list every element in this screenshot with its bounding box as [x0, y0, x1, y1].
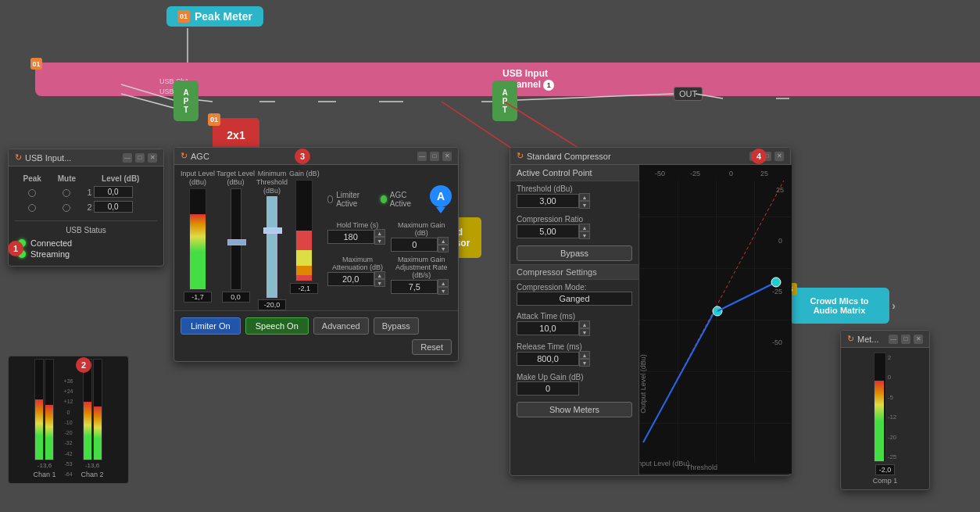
max-atten-input[interactable]	[327, 272, 374, 286]
threshold-up[interactable]: ▲	[579, 193, 590, 201]
comp-bypass-btn[interactable]: Bypass	[517, 245, 632, 261]
agc-controls-right: Limiter Active AGC Active A Hold Time (s…	[321, 170, 452, 310]
max-gain-rate-down[interactable]: ▼	[438, 287, 449, 295]
attack-down[interactable]: ▼	[579, 328, 590, 336]
speech-on-btn[interactable]: Speech On	[245, 317, 309, 335]
agc-maximize-btn[interactable]: □	[430, 152, 439, 161]
comp-mode-label: Compression Mode:	[517, 283, 632, 292]
limiter-radio[interactable]: Limiter Active	[327, 185, 369, 213]
max-atten-spinners[interactable]: ▲ ▼	[374, 271, 385, 287]
svg-text:Output Level (dBu): Output Level (dBu)	[639, 354, 647, 414]
target-level-track[interactable]	[231, 188, 241, 290]
agc-minimize-btn[interactable]: —	[417, 152, 427, 161]
min-threshold-track[interactable]	[266, 196, 277, 298]
comp-body: Active Control Point Threshold (dBu) ▲ ▼…	[510, 165, 790, 475]
usb-panel-controls[interactable]: — □ ✕	[123, 153, 157, 163]
agc-radio[interactable]: AGC Active	[381, 185, 417, 213]
streaming-status: Streaming	[15, 249, 157, 260]
agc-advanced-btn[interactable]: Advanced	[313, 317, 369, 335]
comp-mode-input[interactable]	[517, 292, 632, 306]
ch2-level-input[interactable]	[94, 201, 133, 213]
comp-ratio-input[interactable]	[517, 224, 579, 238]
usb-close-btn[interactable]: ✕	[148, 153, 157, 163]
peak-header: Peak	[15, 173, 49, 184]
min-threshold-thumb[interactable]	[263, 227, 282, 234]
comp-close-btn[interactable]: ✕	[774, 152, 784, 161]
max-gain-rate-field[interactable]: ▲ ▼	[391, 279, 452, 295]
apt-node-2[interactable]: APT	[492, 81, 517, 121]
max-atten-field[interactable]: ▲ ▼	[327, 271, 388, 287]
peak-meter-label: Peak Meter	[195, 10, 252, 23]
max-gain-down[interactable]: ▼	[438, 245, 449, 252]
threshold-spinners[interactable]: ▲ ▼	[579, 193, 590, 209]
out-label: OUT	[674, 87, 703, 101]
show-meters-btn[interactable]: Show Meters	[517, 402, 632, 417]
agc-params-grid: Hold Time (s) ▲ ▼ Maximum Gain (dB)	[327, 221, 452, 295]
mini-minimize-btn[interactable]: —	[889, 335, 898, 344]
agc-close-btn[interactable]: ✕	[442, 152, 452, 161]
release-up[interactable]: ▲	[579, 351, 590, 359]
threshold-input[interactable]	[517, 194, 579, 208]
agc-reset-btn[interactable]: Reset	[412, 339, 452, 355]
svg-text:0: 0	[778, 237, 782, 245]
peak-meter-node[interactable]: 01 Peak Meter	[166, 6, 263, 27]
threshold-field[interactable]: ▲ ▼	[517, 193, 632, 209]
comp-ratio-label: Compression Ratio	[517, 215, 632, 224]
release-down[interactable]: ▼	[579, 359, 590, 367]
meter-mini-panel: ↻ Met... — □ ✕ 20-5-12-20-25 -2,0 Comp 1	[840, 330, 930, 490]
attack-time-input[interactable]	[517, 321, 579, 335]
mini-meter-controls[interactable]: — □ ✕	[889, 335, 923, 344]
ch1-level-input[interactable]	[94, 186, 133, 198]
max-gain-field[interactable]: ▲ ▼	[391, 237, 452, 252]
peak-radio-1[interactable]	[28, 189, 36, 197]
peak-radio-2[interactable]	[28, 204, 36, 212]
threshold-down[interactable]: ▼	[579, 201, 590, 209]
comp-ratio-spinners[interactable]: ▲ ▼	[579, 224, 590, 239]
apt-node-1[interactable]: APT	[173, 81, 199, 121]
comp-ratio-field[interactable]: ▲ ▼	[517, 224, 632, 239]
release-time-field[interactable]: ▲ ▼	[517, 351, 632, 367]
usb-minimize-btn[interactable]: —	[123, 153, 132, 163]
node-crowd[interactable]: 5 Crowd MIcs toAudio Matrix ›	[789, 288, 889, 324]
hold-time-up[interactable]: ▲	[374, 229, 385, 237]
svg-text:Input Level (dBu): Input Level (dBu)	[639, 460, 689, 467]
mini-meter-header: ↻ Met... — □ ✕	[841, 331, 929, 348]
max-gain-rate-input[interactable]	[391, 280, 438, 294]
hold-time-spinners[interactable]: ▲ ▼	[374, 229, 385, 245]
comp-ratio-up[interactable]: ▲	[579, 224, 590, 231]
makeup-gain-input[interactable]	[517, 381, 579, 396]
attack-spinners[interactable]: ▲ ▼	[579, 320, 590, 336]
hold-time-input[interactable]	[327, 230, 374, 244]
attack-time-field[interactable]: ▲ ▼	[517, 320, 632, 336]
usb-maximize-btn[interactable]: □	[135, 153, 145, 163]
hold-time-label: Hold Time (s)	[327, 221, 388, 229]
mini-maximize-btn[interactable]: □	[901, 335, 910, 344]
limiter-on-btn[interactable]: Limiter On	[181, 317, 241, 335]
release-time-label: Release Time (ms)	[517, 342, 632, 351]
agc-bypass-btn[interactable]: Bypass	[374, 317, 419, 335]
release-spinners[interactable]: ▲ ▼	[579, 351, 590, 367]
mini-close-btn[interactable]: ✕	[914, 335, 923, 344]
mute-radio-2[interactable]	[63, 204, 70, 212]
hold-time-down[interactable]: ▼	[374, 237, 385, 245]
limiter-label: Limiter Active	[336, 191, 368, 208]
max-gain-spinners[interactable]: ▲ ▼	[438, 237, 449, 252]
comp-ratio-down[interactable]: ▼	[579, 231, 590, 239]
max-atten-down[interactable]: ▼	[374, 279, 385, 287]
chan2-bar2	[93, 359, 102, 460]
mute-radio-1[interactable]	[63, 189, 70, 197]
svg-text:25: 25	[776, 186, 784, 194]
hold-time-field[interactable]: ▲ ▼	[327, 229, 388, 245]
attack-up[interactable]: ▲	[579, 320, 590, 328]
max-gain-up[interactable]: ▲	[438, 237, 449, 245]
agc-panel-controls[interactable]: — □ ✕	[417, 152, 452, 161]
target-level-thumb[interactable]	[227, 239, 246, 245]
max-gain-rate-up[interactable]: ▲	[438, 279, 449, 287]
max-gain-input[interactable]	[391, 238, 438, 252]
makeup-gain-row: Make Up Gain (dB)	[510, 370, 638, 399]
comp-settings-label: Compressor Settings	[510, 264, 638, 280]
max-gain-rate-spinners[interactable]: ▲ ▼	[438, 279, 449, 295]
max-atten-up[interactable]: ▲	[374, 271, 385, 279]
release-time-input[interactable]	[517, 352, 579, 366]
target-level-col: Target Level(dBu) 0,0	[216, 170, 255, 310]
